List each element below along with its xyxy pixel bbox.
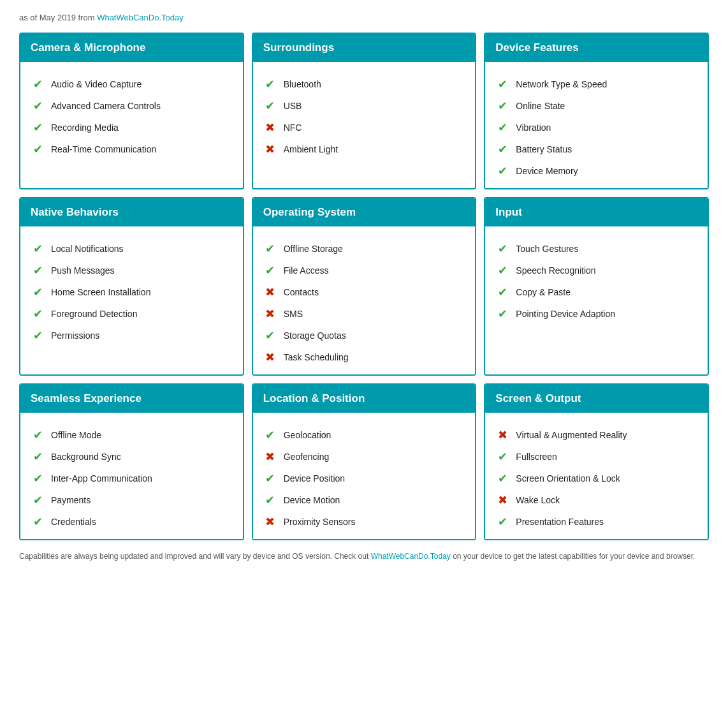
feature-label: Device Memory [516, 166, 578, 176]
feature-label: USB [284, 101, 302, 111]
feature-label: Home Screen Installation [51, 287, 150, 297]
feature-label: Virtual & Augmented Reality [516, 430, 627, 440]
feature-item-location-position-2: ✔Device Position [263, 471, 465, 485]
feature-item-seamless-experience-4: ✔Credentials [31, 515, 233, 529]
cross-icon: ✖ [263, 515, 277, 529]
card-title-camera-microphone: Camera & Microphone [31, 41, 145, 54]
feature-label: Storage Quotas [284, 330, 346, 341]
feature-item-camera-microphone-1: ✔Advanced Camera Controls [31, 99, 233, 113]
check-icon: ✔ [31, 329, 45, 343]
check-icon: ✔ [495, 471, 509, 485]
card-body-location-position: ✔Geolocation✖Geofencing✔Device Position✔… [253, 413, 476, 539]
check-icon: ✔ [495, 142, 509, 156]
footer-note: Capabilities are always being updated an… [19, 551, 709, 563]
feature-label: Background Sync [51, 452, 121, 462]
card-header-seamless-experience: Seamless Experience [20, 385, 243, 413]
feature-label: Battery Status [516, 144, 572, 154]
feature-label: Proximity Sensors [284, 517, 356, 527]
feature-item-operating-system-2: ✖Contacts [263, 285, 465, 299]
feature-label: Recording Media [51, 122, 119, 133]
card-body-seamless-experience: ✔Offline Mode✔Background Sync✔Inter-App … [20, 413, 243, 539]
feature-label: Foreground Detection [51, 309, 137, 319]
check-icon: ✔ [31, 121, 45, 135]
feature-label: Screen Orientation & Lock [516, 473, 620, 484]
feature-label: Bluetooth [284, 79, 321, 89]
feature-item-native-behaviors-1: ✔Push Messages [31, 263, 233, 277]
check-icon: ✔ [31, 285, 45, 299]
feature-item-native-behaviors-2: ✔Home Screen Installation [31, 285, 233, 299]
card-seamless-experience: Seamless Experience✔Offline Mode✔Backgro… [19, 383, 244, 540]
feature-label: File Access [284, 265, 329, 276]
feature-label: Network Type & Speed [516, 79, 607, 89]
feature-label: Copy & Paste [516, 287, 571, 297]
card-body-camera-microphone: ✔Audio & Video Capture✔Advanced Camera C… [20, 62, 243, 166]
card-native-behaviors: Native Behaviors✔Local Notifications✔Pus… [19, 197, 244, 376]
feature-item-device-features-1: ✔Online State [495, 99, 697, 113]
footer-text-after: on your device to get the latest capabil… [451, 552, 695, 561]
check-icon: ✔ [495, 263, 509, 277]
card-header-operating-system: Operating System [253, 198, 476, 226]
card-body-device-features: ✔Network Type & Speed✔Online State✔Vibra… [485, 62, 708, 188]
check-icon: ✔ [263, 493, 277, 507]
check-icon: ✔ [31, 493, 45, 507]
feature-item-camera-microphone-0: ✔Audio & Video Capture [31, 77, 233, 91]
feature-item-seamless-experience-0: ✔Offline Mode [31, 428, 233, 442]
cross-icon: ✖ [263, 450, 277, 464]
header-link[interactable]: WhatWebCanDo.Today [97, 13, 184, 22]
feature-label: Ambient Light [284, 144, 339, 154]
feature-item-input-3: ✔Pointing Device Adaption [495, 307, 697, 321]
feature-label: Payments [51, 495, 91, 505]
footer-text-before: Capabilities are always being updated an… [19, 552, 371, 561]
card-body-screen-output: ✖Virtual & Augmented Reality✔Fullscreen✔… [485, 413, 708, 539]
feature-item-operating-system-4: ✔Storage Quotas [263, 329, 465, 343]
card-body-native-behaviors: ✔Local Notifications✔Push Messages✔Home … [20, 226, 243, 353]
feature-item-screen-output-1: ✔Fullscreen [495, 450, 697, 464]
check-icon: ✔ [31, 307, 45, 321]
check-icon: ✔ [495, 242, 509, 256]
feature-label: Presentation Features [516, 517, 604, 527]
card-header-device-features: Device Features [485, 34, 708, 62]
card-title-device-features: Device Features [495, 41, 578, 54]
check-icon: ✔ [31, 77, 45, 91]
feature-label: Advanced Camera Controls [51, 101, 161, 111]
card-title-input: Input [495, 206, 522, 218]
check-icon: ✔ [495, 515, 509, 529]
feature-item-seamless-experience-1: ✔Background Sync [31, 450, 233, 464]
check-icon: ✔ [31, 450, 45, 464]
check-icon: ✔ [31, 428, 45, 442]
check-icon: ✔ [263, 329, 277, 343]
feature-label: Inter-App Communication [51, 473, 152, 484]
feature-label: Touch Gestures [516, 244, 578, 254]
feature-label: Audio & Video Capture [51, 79, 142, 89]
card-title-native-behaviors: Native Behaviors [31, 206, 119, 218]
cross-icon: ✖ [495, 493, 509, 507]
feature-label: Real-Time Communication [51, 144, 156, 154]
feature-label: Vibration [516, 122, 551, 133]
feature-item-location-position-3: ✔Device Motion [263, 493, 465, 507]
feature-item-location-position-4: ✖Proximity Sensors [263, 515, 465, 529]
cross-icon: ✖ [263, 142, 277, 156]
feature-item-native-behaviors-0: ✔Local Notifications [31, 242, 233, 256]
card-header-location-position: Location & Position [253, 385, 476, 413]
card-device-features: Device Features✔Network Type & Speed✔Onl… [484, 33, 709, 189]
card-operating-system: Operating System✔Offline Storage✔File Ac… [252, 197, 477, 376]
feature-label: Offline Mode [51, 430, 101, 440]
feature-label: Pointing Device Adaption [516, 309, 615, 319]
feature-label: Speech Recognition [516, 265, 595, 276]
check-icon: ✔ [495, 285, 509, 299]
card-header-screen-output: Screen & Output [485, 385, 708, 413]
card-header-native-behaviors: Native Behaviors [20, 198, 243, 226]
check-icon: ✔ [495, 77, 509, 91]
footer-link[interactable]: WhatWebCanDo.Today [371, 552, 451, 561]
feature-item-operating-system-3: ✖SMS [263, 307, 465, 321]
card-location-position: Location & Position✔Geolocation✖Geofenci… [252, 383, 477, 540]
feature-item-surroundings-3: ✖Ambient Light [263, 142, 465, 156]
feature-label: Fullscreen [516, 452, 557, 462]
card-body-input: ✔Touch Gestures✔Speech Recognition✔Copy … [485, 226, 708, 331]
check-icon: ✔ [495, 99, 509, 113]
card-title-surroundings: Surroundings [263, 41, 334, 54]
feature-item-location-position-1: ✖Geofencing [263, 450, 465, 464]
feature-item-camera-microphone-3: ✔Real-Time Communication [31, 142, 233, 156]
feature-label: Permissions [51, 330, 99, 341]
feature-item-device-features-0: ✔Network Type & Speed [495, 77, 697, 91]
